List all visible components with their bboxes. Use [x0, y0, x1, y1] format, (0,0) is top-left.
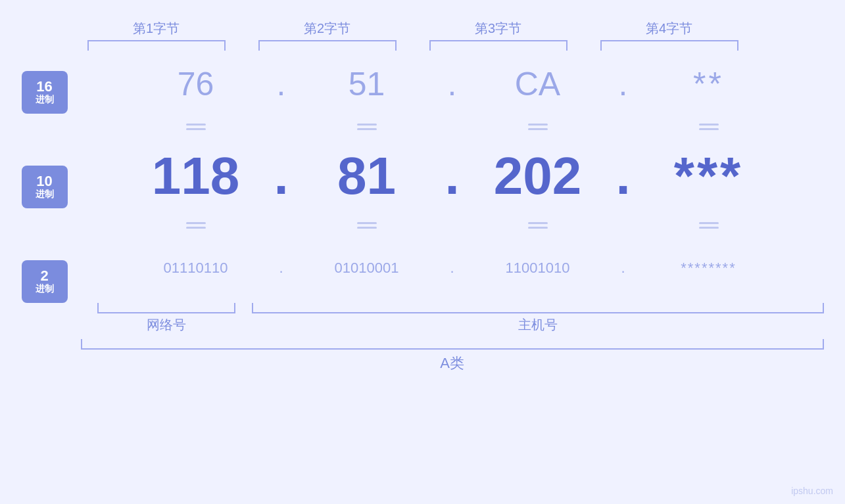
aclass-label: A类: [440, 354, 464, 373]
net-label: 网络号: [147, 316, 186, 334]
hex-dot-2: .: [436, 65, 469, 103]
dec-dot-1: .: [265, 146, 298, 206]
bracket-top-4: [600, 40, 738, 51]
hex-val-3: CA: [469, 65, 607, 103]
hex-dot-3: .: [607, 65, 640, 103]
hex-badge: 16 进制: [22, 71, 68, 114]
dec-val-4: ***: [640, 146, 778, 206]
hex-val-1: 76: [127, 65, 265, 103]
bracket-top-2: [258, 40, 397, 51]
bin-val-2: 01010001: [298, 260, 436, 277]
eq1-col3: [469, 120, 607, 134]
eq1-col1: [127, 120, 265, 134]
bracket-net: [97, 303, 235, 313]
bracket-host: [252, 303, 824, 313]
bin-dot-1: .: [265, 260, 298, 277]
eq2-col1: [127, 218, 265, 233]
bracket-top-3: [429, 40, 567, 51]
eq2-col3: [469, 218, 607, 233]
dec-dot-3: .: [607, 146, 640, 206]
host-label: 主机号: [518, 316, 558, 334]
dec-val-3: 202: [469, 146, 607, 206]
watermark: ipshu.com: [791, 486, 833, 496]
col-header-4: 第4字节: [600, 20, 738, 37]
bracket-top-1: [87, 40, 226, 51]
col-header-1: 第1字节: [87, 20, 226, 37]
dec-val-2: 81: [298, 146, 436, 206]
bin-val-1: 01110110: [127, 260, 265, 277]
bin-val-3: 11001010: [469, 260, 607, 277]
bin-dot-3: .: [607, 260, 640, 277]
bracket-aclass: [81, 339, 824, 350]
dec-badge: 10 进制: [22, 166, 68, 208]
eq1-col2: [298, 120, 436, 134]
bin-badge: 2 进制: [22, 260, 68, 303]
bin-val-4: ********: [640, 260, 778, 277]
bin-dot-2: .: [436, 260, 469, 277]
col-header-3: 第3字节: [429, 20, 567, 37]
hex-val-2: 51: [298, 65, 436, 103]
eq2-col4: [640, 218, 778, 233]
hex-dot-1: .: [265, 65, 298, 103]
eq1-col4: [640, 120, 778, 134]
hex-val-4: **: [640, 65, 778, 103]
dec-val-1: 118: [127, 146, 265, 206]
dec-dot-2: .: [436, 146, 469, 206]
eq2-col2: [298, 218, 436, 233]
col-header-2: 第2字节: [258, 20, 397, 37]
